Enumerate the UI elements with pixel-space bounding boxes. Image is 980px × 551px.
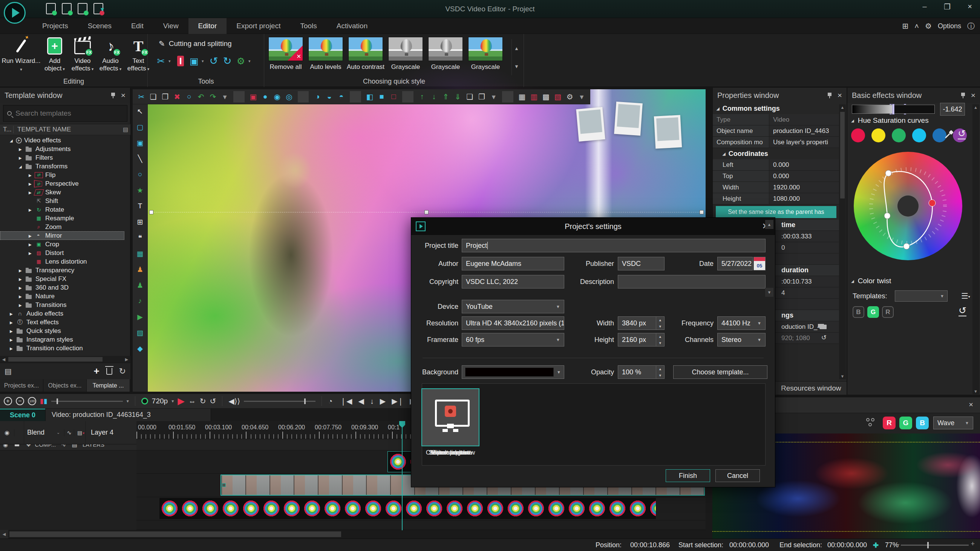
ellipse-tool-icon[interactable]: ○ <box>184 91 195 102</box>
opacity-spinner[interactable]: 100 %▲▼ <box>618 365 665 379</box>
style-scroll-up-icon[interactable]: ▲ <box>514 46 519 51</box>
caret-down-icon[interactable]: ▾ <box>220 91 231 102</box>
move-down-icon[interactable]: ↓ <box>428 91 439 102</box>
menu-tab[interactable]: Projects <box>32 18 78 34</box>
image-object-icon[interactable]: ▧ <box>135 327 145 338</box>
device-select[interactable]: YouTube▼ <box>462 300 564 313</box>
menu-tab[interactable]: Editor <box>188 18 227 34</box>
quick-style-item[interactable]: ✕ Grayscale <box>428 37 464 71</box>
fit-frame-icon[interactable]: ■ <box>376 91 388 102</box>
film-icon[interactable]: ▤ <box>74 430 85 436</box>
select-object-icon[interactable]: ▣ <box>248 91 259 102</box>
search-input[interactable]: Search templates <box>3 105 127 122</box>
clock-icon[interactable]: ◔ <box>328 397 332 406</box>
pin-icon[interactable] <box>828 93 832 98</box>
audio-effects-button[interactable]: ♪FX Audio effects <box>97 35 124 73</box>
separator[interactable] <box>402 91 414 102</box>
collapse-icon[interactable]: ◢ <box>716 106 719 111</box>
tooltip-icon[interactable]: ❝ <box>135 232 145 243</box>
scope-channel-button[interactable]: B <box>916 416 929 429</box>
add-object-button[interactable]: + Add object <box>41 35 68 73</box>
tree-item-special-fx[interactable]: Special FX <box>0 275 124 283</box>
property-row[interactable]: Type Video <box>713 114 839 125</box>
menu-tab[interactable]: Scenes <box>78 18 121 34</box>
expand-icon[interactable] <box>19 303 25 307</box>
slider-thumb[interactable] <box>892 104 894 114</box>
rounded-rect-icon[interactable]: ▣ <box>135 138 145 148</box>
scroll-down-icon[interactable]: ▼ <box>839 374 846 378</box>
playhead[interactable] <box>402 421 402 530</box>
menu-tab[interactable]: Edit <box>121 18 153 34</box>
expand-icon[interactable] <box>19 277 25 281</box>
refresh-icon[interactable]: ↻ <box>119 367 126 376</box>
property-row[interactable]: Composition mo Use layer's properti <box>713 137 839 148</box>
preview-quality[interactable]: 720p <box>152 397 168 405</box>
expand-icon[interactable] <box>19 286 25 290</box>
copy-icon[interactable]: ❏ <box>148 91 159 102</box>
explorer-tab-template-[interactable]: Template ... <box>87 379 130 392</box>
group-icon[interactable]: ❏ <box>464 91 475 102</box>
collapse-icon[interactable] <box>10 138 16 143</box>
height-spinner[interactable]: 2160 px▲▼ <box>618 333 665 346</box>
split-icon[interactable]: ◆ <box>135 343 145 354</box>
move-up-icon[interactable]: ↑ <box>417 91 428 102</box>
snap-icon[interactable]: ▦ <box>516 91 528 102</box>
collapse-icon[interactable]: ◢ <box>851 279 854 283</box>
line-icon[interactable]: ╲ <box>135 153 145 164</box>
timeline-hscrollbar[interactable]: ◀ <box>0 530 706 538</box>
volume-slider[interactable] <box>244 401 315 402</box>
channel-button[interactable]: R <box>882 306 894 318</box>
align-center-icon[interactable]: ◉ <box>271 91 283 102</box>
slider-value[interactable]: -1.642 <box>940 103 965 116</box>
spin-up-icon[interactable]: ▲ <box>656 333 664 340</box>
scroll-up-icon[interactable]: ▲ <box>839 105 846 110</box>
expand-icon[interactable] <box>29 173 35 177</box>
selection-handle[interactable] <box>700 210 704 214</box>
expand-icon[interactable] <box>29 251 35 256</box>
expand-icon[interactable] <box>29 208 35 212</box>
expand-icon[interactable] <box>10 329 16 333</box>
author-input[interactable]: Eugene McAdams <box>462 257 564 270</box>
hue-color-dot[interactable] <box>851 129 865 142</box>
video-tab[interactable]: Video: production ID_4463164_3 <box>45 409 211 421</box>
paste-icon[interactable]: ❐ <box>159 91 171 102</box>
fit-timeline-icon[interactable]: ✚ <box>873 541 878 549</box>
scene-tab[interactable]: Scene 0 <box>0 409 45 421</box>
collapse-icon[interactable]: ◢ <box>722 152 725 156</box>
tree-item-perspective[interactable]: Perspective <box>0 179 124 188</box>
slider-track[interactable] <box>852 105 935 114</box>
template-columns-header[interactable]: T...TEMPLATE NAME▤ <box>0 124 130 135</box>
tree-item-quick-styles[interactable]: Quick styles <box>0 327 124 335</box>
quick-style-item[interactable]: ✕ Grayscale <box>468 37 504 71</box>
layer-row[interactable]: ◉ Blend ⌄ ∿ ▤ Layer 4 <box>0 421 137 445</box>
thumbs-scroll-up-icon[interactable]: ▲ <box>765 220 773 229</box>
gear-icon[interactable]: ⚙ <box>925 21 932 30</box>
align-right-icon[interactable]: ◎ <box>283 91 295 102</box>
tree-item-adjustments[interactable]: Adjustments <box>0 144 124 153</box>
chart-icon[interactable]: ▦ <box>135 248 145 259</box>
close-button[interactable]: × <box>963 2 976 11</box>
markers-icon[interactable]: ▧ <box>552 91 563 102</box>
preview-play-icon[interactable]: ▶ <box>178 396 184 407</box>
quick-style-item[interactable]: ✕ Auto contrast <box>347 37 384 71</box>
expand-icon[interactable] <box>19 294 25 299</box>
eye-icon[interactable]: ◉ <box>0 429 14 436</box>
width-spinner[interactable]: 3840 px▲▼ <box>618 316 665 330</box>
set-parent-size-button[interactable]: Set the same size as the parent has <box>716 206 837 218</box>
expand-icon[interactable] <box>19 156 25 160</box>
separator[interactable] <box>298 91 309 102</box>
tree-item-lens-distortion[interactable]: Lens distortion <box>0 257 124 266</box>
video-object-icon[interactable]: ▶ <box>135 311 145 322</box>
frame-bounds-icon[interactable]: □ <box>388 91 399 102</box>
text-tool-icon[interactable]: T <box>135 201 145 211</box>
refresh-icon[interactable]: ↺ <box>210 397 216 406</box>
menu-tab[interactable]: View <box>153 18 188 34</box>
hue-color-dot[interactable] <box>872 129 885 142</box>
expand-icon[interactable] <box>19 268 25 273</box>
zoom-in-icon[interactable]: + <box>4 397 12 405</box>
layout-panels-icon[interactable]: ⊞ <box>902 21 909 30</box>
style-scroll-down-icon[interactable]: ▼ <box>514 64 519 69</box>
tree-item-rotate[interactable]: Rotate <box>0 205 124 214</box>
view-settings-gear-icon[interactable]: ⚙ <box>564 91 576 102</box>
tree-item-360-and-3d[interactable]: 360 and 3D <box>0 283 124 292</box>
